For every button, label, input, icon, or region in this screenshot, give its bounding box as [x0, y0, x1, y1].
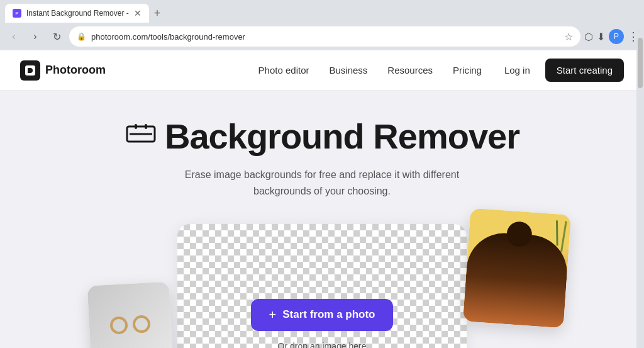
address-bar[interactable]: 🔒 photoroom.com/tools/background-remover…	[69, 26, 580, 47]
nav-business[interactable]: Business	[329, 65, 367, 76]
tab-close-button[interactable]: ✕	[134, 8, 142, 18]
logo-text: Photoroom	[45, 64, 106, 77]
page-title: Background Remover	[165, 116, 519, 157]
svg-rect-4	[145, 124, 147, 129]
sample-image-woman	[463, 208, 571, 328]
navbar: Photoroom Photo editor Business Resource…	[0, 50, 644, 91]
navbar-actions: Log in Start creating	[497, 59, 624, 82]
tab-favicon: P	[13, 9, 21, 18]
eraser-icon	[125, 116, 157, 156]
hero-subtitle: Erase image backgrounds for free and rep…	[171, 167, 473, 199]
tab-label: Instant Background Remover -	[26, 9, 129, 18]
back-button[interactable]: ‹	[5, 28, 23, 45]
nav-resources[interactable]: Resources	[387, 65, 433, 76]
refresh-button[interactable]: ↻	[48, 28, 65, 45]
plus-icon: +	[269, 308, 276, 322]
svg-rect-3	[135, 124, 137, 129]
browser-tab[interactable]: P Instant Background Remover - ✕	[5, 4, 149, 23]
hero-title-container: Background Remover	[20, 116, 624, 157]
sample-image-earrings	[87, 282, 174, 348]
url-text: photoroom.com/tools/background-remover	[91, 32, 559, 42]
profile-icon[interactable]: P	[609, 29, 624, 44]
extensions-icon[interactable]: ⬡	[584, 31, 593, 43]
nav-pricing[interactable]: Pricing	[453, 65, 482, 76]
nav-photo-editor[interactable]: Photo editor	[258, 65, 309, 76]
page-content: Photoroom Photo editor Business Resource…	[0, 50, 644, 348]
upload-button[interactable]: + Start from a photo	[251, 299, 392, 331]
logo-icon	[20, 60, 40, 81]
dropzone-container: + Start from a photo Or drop an image he…	[177, 224, 467, 348]
drop-hint: Or drop an image here	[278, 341, 367, 348]
upload-button-label: Start from a photo	[282, 308, 375, 321]
forward-button[interactable]: ›	[26, 28, 44, 45]
new-tab-button[interactable]: +	[152, 7, 164, 20]
hero-section: Background Remover Erase image backgroun…	[0, 91, 644, 348]
login-button[interactable]: Log in	[497, 60, 538, 81]
main-nav: Photo editor Business Resources Pricing	[258, 65, 482, 76]
dropzone[interactable]: + Start from a photo Or drop an image he…	[177, 224, 467, 348]
scrollbar-track	[636, 0, 644, 348]
start-creating-button[interactable]: Start creating	[545, 59, 624, 82]
secure-icon: 🔒	[77, 32, 86, 41]
bookmark-icon[interactable]: ☆	[564, 31, 573, 43]
scrollbar-thumb[interactable]	[638, 38, 643, 88]
logo-link[interactable]: Photoroom	[20, 60, 106, 81]
download-icon[interactable]: ⬇	[597, 31, 605, 43]
